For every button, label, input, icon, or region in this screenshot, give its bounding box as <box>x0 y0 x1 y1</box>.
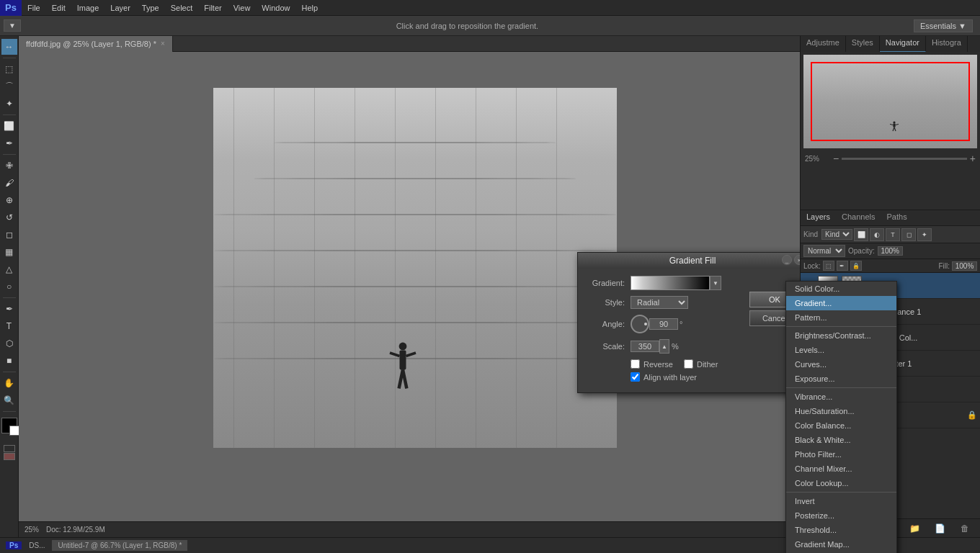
tool-hand[interactable]: ✋ <box>1 375 17 391</box>
menu-photo-filter[interactable]: Photo Filter... <box>786 447 896 462</box>
new-layer-btn[interactable]: 📄 <box>933 522 946 535</box>
tool-pen[interactable]: ✒ <box>1 301 17 317</box>
angle-input[interactable] <box>649 318 678 330</box>
menu-filter[interactable]: Filter <box>198 2 227 14</box>
canvas-image-container[interactable] <box>213 88 617 448</box>
menu-channel-mixer[interactable]: Channel Mixer... <box>786 462 896 476</box>
lock-pixels-btn[interactable]: ⬚ <box>823 261 834 271</box>
lock-position-btn[interactable]: ✒ <box>837 261 848 271</box>
align-checkbox[interactable] <box>631 372 640 382</box>
tab-histogram[interactable]: Histogra <box>926 36 968 52</box>
zoom-out-btn[interactable]: − <box>833 153 839 164</box>
type-filter-btn[interactable]: T <box>886 228 900 241</box>
dialog-title-bar[interactable]: Gradient Fill _ × <box>578 253 800 269</box>
dialog-close[interactable]: × <box>794 255 800 265</box>
menu-vibrance[interactable]: Vibrance... <box>786 390 896 404</box>
tool-blur[interactable]: △ <box>1 261 17 277</box>
tool-eyedropper[interactable]: ✒ <box>1 135 17 151</box>
tool-dodge[interactable]: ○ <box>1 279 17 295</box>
tool-marquee[interactable]: ⬚ <box>1 61 17 77</box>
tool-move[interactable]: ↔ <box>1 39 17 55</box>
reverse-label[interactable]: Reverse <box>643 360 673 369</box>
tab-adjustments[interactable]: Adjustme <box>801 36 846 52</box>
reverse-checkbox[interactable] <box>631 359 640 369</box>
menu-gradient-map[interactable]: Gradient Map... <box>786 537 896 552</box>
scale-arrow[interactable]: ▲ <box>659 339 669 354</box>
tool-gradient[interactable]: ▦ <box>1 244 17 260</box>
menu-hue-saturation[interactable]: Hue/Saturation... <box>786 404 896 418</box>
menu-threshold[interactable]: Threshold... <box>786 523 896 537</box>
standard-mode[interactable] <box>4 445 15 452</box>
menu-color-balance[interactable]: Color Balance... <box>786 418 896 433</box>
style-select[interactable]: Radial Linear Angle Reflected Diamond <box>631 296 688 309</box>
tool-crop[interactable]: ⬜ <box>1 118 17 134</box>
menu-black-white[interactable]: Black & White... <box>786 433 896 447</box>
kind-select[interactable]: Kind <box>821 229 852 240</box>
canvas-background[interactable]: Gradient Fill _ × Gradient: ▼ <box>19 52 800 521</box>
shape-filter-btn[interactable]: ◻ <box>901 228 916 241</box>
gradient-dropdown-arrow[interactable]: ▼ <box>710 276 721 290</box>
menu-type[interactable]: Type <box>136 2 165 14</box>
dialog-minimize[interactable]: _ <box>782 255 792 265</box>
menu-pattern[interactable]: Pattern... <box>786 310 896 325</box>
menu-window[interactable]: Window <box>256 2 295 14</box>
tool-lasso[interactable]: ⌒ <box>1 78 17 94</box>
lock-all-btn[interactable]: 🔒 <box>850 261 862 271</box>
menu-select[interactable]: Select <box>165 2 199 14</box>
menu-levels[interactable]: Levels... <box>786 343 896 357</box>
quick-mask-mode[interactable] <box>4 453 15 460</box>
tool-shape[interactable]: ■ <box>1 353 17 369</box>
delete-layer-btn[interactable]: 🗑 <box>958 522 971 535</box>
tab-styles[interactable]: Styles <box>846 36 880 52</box>
tool-options-btn[interactable]: ▼ <box>4 19 21 32</box>
tool-magic-wand[interactable]: ✦ <box>1 96 17 112</box>
blend-mode-select[interactable]: Normal Multiply Screen <box>803 245 845 257</box>
tab-layers[interactable]: Layers <box>801 210 836 225</box>
menu-gradient[interactable]: Gradient... <box>786 296 896 310</box>
zoom-in-btn[interactable]: + <box>970 153 976 164</box>
dither-checkbox[interactable] <box>684 359 693 369</box>
tab-paths[interactable]: Paths <box>881 210 913 225</box>
smart-filter-btn[interactable]: ✦ <box>917 228 932 241</box>
nav-zoom-slider[interactable] <box>842 158 967 160</box>
pixel-filter-btn[interactable]: ⬜ <box>854 228 868 241</box>
new-group-btn[interactable]: 📁 <box>909 522 922 535</box>
opacity-input[interactable] <box>878 246 903 256</box>
essentials-button[interactable]: Essentials ▼ <box>914 19 973 32</box>
document-tab[interactable]: ffdfdfd.jpg @ 25% (Layer 1, RGB/8) * × <box>19 36 173 52</box>
menu-view[interactable]: View <box>228 2 257 14</box>
fill-input[interactable] <box>952 261 977 271</box>
menu-file[interactable]: File <box>22 2 46 14</box>
tab-close-btn[interactable]: × <box>161 40 165 48</box>
menu-invert[interactable]: Invert <box>786 494 896 508</box>
tool-eraser[interactable]: ◻ <box>1 227 17 243</box>
tool-text[interactable]: T <box>1 318 17 334</box>
menu-posterize[interactable]: Posterize... <box>786 508 896 523</box>
dither-label[interactable]: Dither <box>697 360 718 369</box>
tool-history-brush[interactable]: ↺ <box>1 210 17 225</box>
align-label[interactable]: Align with layer <box>643 373 697 382</box>
tool-zoom[interactable]: 🔍 <box>1 392 17 408</box>
tool-healing[interactable]: ✙ <box>1 158 17 174</box>
menu-brightness-contrast[interactable]: Brightness/Contrast... <box>786 328 896 343</box>
scale-input[interactable] <box>631 341 659 352</box>
menu-help[interactable]: Help <box>295 2 324 14</box>
tool-path[interactable]: ⬡ <box>1 336 17 351</box>
menu-solid-color[interactable]: Solid Color... <box>786 282 896 296</box>
gradient-preview[interactable] <box>631 276 710 290</box>
menu-curves[interactable]: Curves... <box>786 357 896 372</box>
menu-color-lookup[interactable]: Color Lookup... <box>786 476 896 490</box>
menu-exposure[interactable]: Exposure... <box>786 372 896 386</box>
angle-wheel[interactable] <box>631 315 649 333</box>
nav-viewport-indicator[interactable] <box>811 62 970 141</box>
tool-brush[interactable]: 🖌 <box>1 175 17 191</box>
tab-navigator[interactable]: Navigator <box>880 36 926 52</box>
menu-layer[interactable]: Layer <box>104 2 136 14</box>
adjust-filter-btn[interactable]: ◐ <box>870 228 884 241</box>
menu-edit[interactable]: Edit <box>46 2 71 14</box>
tab-channels[interactable]: Channels <box>836 210 881 225</box>
background-color[interactable] <box>9 426 19 436</box>
bottom-tab-doc[interactable]: Untitled-7 @ 66.7% (Layer 1, RGB/8) * <box>52 540 187 551</box>
foreground-color[interactable] <box>1 418 17 433</box>
menu-image[interactable]: Image <box>71 2 105 14</box>
